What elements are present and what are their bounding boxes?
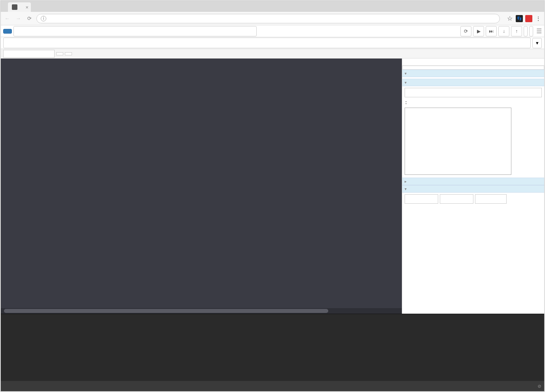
step-up-icon[interactable]: ↑ <box>511 26 522 36</box>
continue-icon[interactable]: ▶ <box>473 26 484 36</box>
browser-tab[interactable]: × <box>8 2 31 12</box>
expression-result: : <box>402 99 544 106</box>
tab-strip: × <box>1 1 544 12</box>
site-info-icon[interactable]: i <box>41 16 46 21</box>
memory-start-input[interactable] <box>405 194 438 204</box>
restart-icon[interactable]: ⟳ <box>460 26 471 36</box>
nav-back-icon[interactable]: ← <box>3 15 11 21</box>
nav-forward-icon[interactable]: → <box>14 15 22 21</box>
tab-close-icon[interactable]: × <box>25 4 28 10</box>
step-instruction-button[interactable] <box>529 26 533 36</box>
section-tree-header[interactable]: ▸ <box>402 178 544 185</box>
sub-toolbar <box>1 49 544 59</box>
chevron-right-icon: ▸ <box>405 179 407 184</box>
expression-input[interactable] <box>405 88 542 97</box>
right-panel: ▾ ▾ : ▸ ▾ <box>402 59 544 314</box>
extension-icon-2[interactable] <box>525 15 532 22</box>
step-down-icon[interactable]: ↓ <box>498 26 509 36</box>
expression-chart <box>405 108 542 176</box>
load-binary-button[interactable] <box>3 29 12 34</box>
source-bar: ▾ <box>1 37 544 49</box>
code-panel <box>1 59 402 314</box>
clear-console-icon[interactable]: ⊘ <box>538 383 541 389</box>
next-instruction-button[interactable] <box>524 26 528 36</box>
browser-menu-icon[interactable]: ⋮ <box>535 15 542 22</box>
chevron-down-icon: ▾ <box>405 187 407 191</box>
reload-file-button[interactable] <box>65 52 72 55</box>
section-locals-header[interactable]: ▾ <box>402 70 544 77</box>
source-dropdown-icon[interactable]: ▾ <box>532 38 542 48</box>
memory-more-link[interactable] <box>405 208 542 212</box>
extension-icon-1[interactable]: 👣 <box>516 15 523 22</box>
horizontal-scrollbar[interactable] <box>1 308 402 314</box>
stack-frame-row[interactable] <box>402 66 544 70</box>
url-bar: ← → ⟳ i ☆ 👣 ⋮ <box>1 12 544 25</box>
gdb-input-bar: ⊘ <box>1 381 544 391</box>
reload-icon[interactable]: ⟳ <box>25 15 33 21</box>
section-memory-header[interactable]: ▾ <box>402 185 544 193</box>
hamburger-icon[interactable]: ☰ <box>536 27 542 35</box>
url-input[interactable]: i <box>36 14 500 23</box>
jump-to-line-input[interactable] <box>3 50 55 58</box>
chevron-down-icon: ▾ <box>405 71 407 76</box>
section-expressions-header[interactable]: ▾ <box>402 79 544 86</box>
bookmark-star-icon[interactable]: ☆ <box>506 15 513 22</box>
memory-cols-input[interactable] <box>475 194 507 204</box>
pause-icon[interactable]: ⏭ <box>486 26 497 36</box>
memory-end-input[interactable] <box>440 194 473 204</box>
favicon <box>12 4 17 10</box>
memory-table <box>402 205 544 212</box>
source-path-input[interactable] <box>3 38 531 48</box>
gdb-command-input[interactable] <box>7 383 538 389</box>
fetch-disassembly-button[interactable] <box>56 52 63 55</box>
binary-path-input[interactable] <box>13 26 257 36</box>
app-toolbar: ⟳ ▶ ⏭ ↓ ↑ ☰ <box>1 25 544 37</box>
chevron-down-icon: ▾ <box>405 80 407 85</box>
gdb-console <box>1 314 544 381</box>
